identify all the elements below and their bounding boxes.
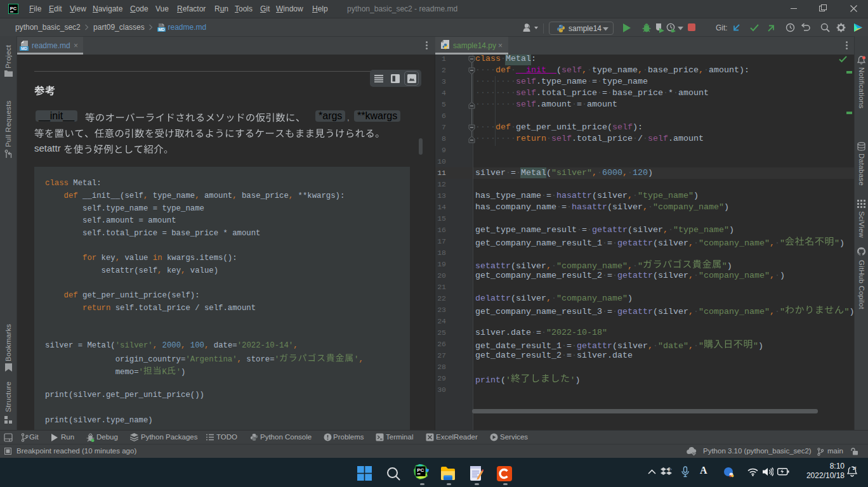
svg-text:PC: PC — [10, 6, 17, 11]
svg-text:z: z — [669, 467, 672, 473]
svg-text:z: z — [855, 465, 857, 469]
svg-text:MD: MD — [21, 46, 27, 51]
svg-text:PC: PC — [417, 467, 424, 473]
svg-text:MD: MD — [159, 27, 165, 32]
